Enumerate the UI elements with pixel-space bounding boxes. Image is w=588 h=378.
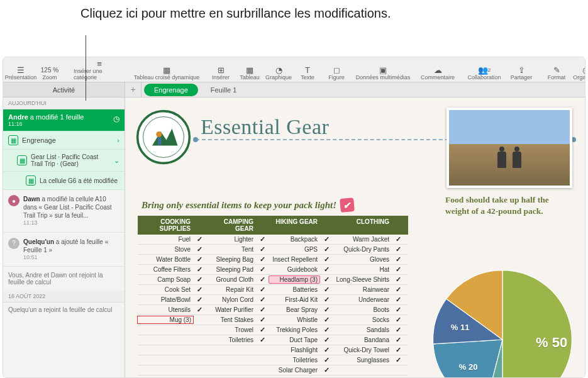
- table-cell[interactable]: Pocket Knife: [269, 376, 320, 377]
- tb-text[interactable]: TTexte: [294, 59, 321, 81]
- table-cell[interactable]: Warm Jacket: [333, 235, 392, 243]
- table-cell[interactable]: Camp Soap: [138, 275, 193, 284]
- table-cell[interactable]: Socks: [333, 316, 392, 324]
- table-cell[interactable]: Whistle: [269, 316, 320, 324]
- checkbox[interactable]: ✓: [392, 305, 404, 314]
- table-cell[interactable]: Hat: [333, 265, 392, 274]
- table-cell[interactable]: Coffee Filters: [138, 265, 193, 274]
- checkbox[interactable]: ✓: [320, 375, 333, 377]
- checkbox[interactable]: ✓: [256, 235, 269, 244]
- checkbox[interactable]: ✓: [320, 255, 333, 264]
- gear-table[interactable]: COOKING SUPPLIES CAMPING GEAR HIKING GEA…: [138, 216, 408, 377]
- table-cell[interactable]: Duct Tape: [269, 336, 320, 344]
- table-cell[interactable]: [138, 370, 193, 371]
- table-cell[interactable]: Repair Kit: [206, 286, 256, 294]
- checkbox[interactable]: ✓: [320, 305, 333, 314]
- table-cell[interactable]: Lighter: [206, 235, 256, 243]
- table-cell[interactable]: Ground Cloth: [206, 275, 256, 284]
- table-cell[interactable]: Headlamp (3): [269, 275, 320, 284]
- table-cell[interactable]: Water Bottle: [138, 255, 193, 264]
- table-cell[interactable]: Utensils: [138, 306, 193, 314]
- checkbox[interactable]: ✓: [320, 295, 333, 304]
- table-row[interactable]: Camp Soap✓Ground Cloth✓Headlamp (3)✓Long…: [138, 275, 408, 285]
- clock-icon[interactable]: ◷: [113, 114, 119, 123]
- activity-entry-andre[interactable]: Andre a modifié 1 feuille 11:16 ◷: [3, 109, 125, 131]
- table-cell[interactable]: Guidebook: [269, 265, 320, 274]
- checkbox[interactable]: ✓: [256, 325, 269, 335]
- checkbox[interactable]: ✓: [193, 355, 206, 365]
- table-row[interactable]: ✓Toiletries✓Duct Tape✓Bandana✓: [138, 335, 408, 345]
- activity-table-row[interactable]: ▦ Gear List · Pacific Coast Trail Trip ·…: [3, 150, 125, 172]
- table-cell[interactable]: Fuel: [138, 235, 193, 243]
- checkbox[interactable]: ✓: [392, 295, 404, 304]
- table-cell[interactable]: Bear Spray: [269, 306, 320, 314]
- table-cell[interactable]: Quick-Dry Pants: [333, 245, 392, 253]
- checkbox[interactable]: ✓: [320, 335, 333, 345]
- checkbox[interactable]: ✓: [193, 375, 206, 377]
- table-cell[interactable]: Toiletries: [206, 336, 256, 344]
- table-cell[interactable]: Tent Stakes: [206, 316, 256, 324]
- table-row[interactable]: Stove✓Tent✓GPS✓Quick-Dry Pants✓: [138, 245, 408, 255]
- checkbox[interactable]: ✓: [392, 285, 404, 294]
- checkbox[interactable]: ✓: [256, 305, 269, 314]
- checkbox[interactable]: ✓: [256, 355, 269, 365]
- table-cell[interactable]: Tent: [206, 245, 256, 253]
- table-cell[interactable]: [138, 330, 193, 331]
- table-cell[interactable]: Underwear: [333, 296, 392, 304]
- table-row[interactable]: ✓✓Flashlight✓Quick-Dry Towel✓: [138, 345, 408, 355]
- table-row[interactable]: ✓Trowel✓Trekking Poles✓Sandals✓: [138, 325, 408, 335]
- table-cell[interactable]: Sleeping Bag: [206, 255, 256, 264]
- checkbox[interactable]: ✓: [320, 265, 333, 274]
- table-cell[interactable]: Nylon Cord: [206, 296, 256, 304]
- checkbox[interactable]: ✓: [193, 345, 206, 355]
- checkbox[interactable]: ✓: [320, 345, 333, 355]
- checkbox[interactable]: ✓: [320, 285, 333, 294]
- table-cell[interactable]: [333, 370, 392, 371]
- checkbox[interactable]: ✓: [392, 315, 404, 325]
- checkbox[interactable]: ✓: [256, 295, 269, 304]
- table-cell[interactable]: Water Purifier: [206, 306, 256, 314]
- add-sheet-button[interactable]: +: [125, 82, 141, 97]
- table-cell[interactable]: [206, 360, 256, 361]
- checkbox[interactable]: ✓: [193, 335, 206, 345]
- checkbox[interactable]: ✓: [193, 285, 206, 294]
- checkbox[interactable]: ✓: [256, 345, 269, 355]
- checkbox[interactable]: ✓: [392, 355, 404, 365]
- table-cell[interactable]: Sleeping Pad: [206, 265, 256, 274]
- table-cell[interactable]: Gloves: [333, 255, 392, 264]
- table-cell[interactable]: [138, 350, 193, 351]
- table-row[interactable]: Cook Set✓Repair Kit✓Batteries✓Rainwear✓: [138, 285, 408, 295]
- sheet-canvas[interactable]: Essential Gear Bring only essential item…: [125, 97, 585, 377]
- checkbox[interactable]: ✓: [193, 325, 206, 335]
- checkbox[interactable]: ✓: [256, 285, 269, 294]
- table-row[interactable]: ✓✓Toiletries✓Sunglasses✓: [138, 355, 408, 365]
- checkbox[interactable]: ✓: [320, 275, 333, 284]
- checkbox[interactable]: ✓: [320, 325, 333, 335]
- table-cell[interactable]: Trowel: [206, 326, 256, 334]
- checkbox[interactable]: ✓: [256, 275, 269, 284]
- table-cell[interactable]: Trekking Poles: [269, 326, 320, 334]
- table-row[interactable]: Water Bottle✓Sleeping Bag✓Insect Repelle…: [138, 255, 408, 265]
- tb-comment[interactable]: ☁Commentaire: [416, 59, 460, 81]
- checkbox[interactable]: ✓: [193, 265, 206, 274]
- table-cell[interactable]: Backpack: [269, 235, 320, 243]
- table-cell[interactable]: Insect Repellent: [269, 255, 320, 264]
- checkbox[interactable]: ✓: [193, 315, 206, 325]
- table-cell[interactable]: [138, 360, 193, 361]
- table-cell[interactable]: Mug (3): [138, 316, 193, 323]
- tb-media[interactable]: ▣Données multimédias: [352, 59, 414, 81]
- table-cell[interactable]: Stove: [138, 245, 193, 253]
- table-cell[interactable]: GPS: [269, 245, 320, 253]
- tb-shape[interactable]: ◻Figure: [323, 59, 350, 81]
- checkbox[interactable]: ✓: [256, 335, 269, 345]
- activity-entry-dawn[interactable]: ● Dawn a modifié la cellule A10 dans « G…: [3, 190, 125, 233]
- table-cell[interactable]: Solar Charger: [269, 366, 320, 374]
- sheet-tab-active[interactable]: Engrenage: [144, 84, 198, 96]
- table-cell[interactable]: [206, 350, 256, 351]
- checkbox[interactable]: ✓: [256, 365, 269, 375]
- activity-cell-row[interactable]: ▦ La cellule G6 a été modifiée: [3, 172, 125, 190]
- checkbox[interactable]: ✓: [193, 235, 206, 244]
- tb-share[interactable]: ⇪Partager: [508, 59, 535, 81]
- checkbox[interactable]: ✓: [392, 375, 404, 377]
- tb-chart[interactable]: ◔Graphique: [265, 59, 292, 81]
